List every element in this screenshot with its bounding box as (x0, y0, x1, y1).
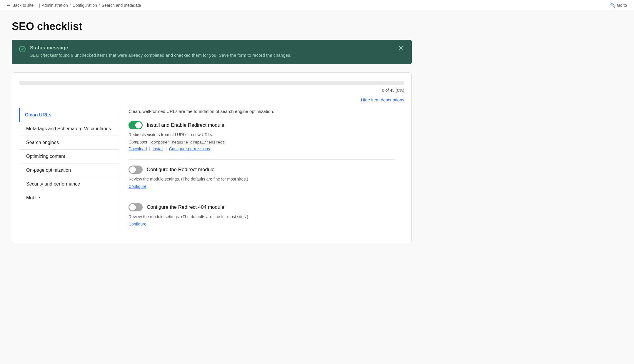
download-link[interactable]: Download (129, 146, 147, 151)
install-link[interactable]: Install (153, 146, 163, 151)
hide-descriptions-link[interactable]: Hide item descriptions (361, 97, 404, 102)
composer-label: Composer: (129, 140, 150, 144)
section-description: Clean, well-formed URLs are the foundati… (129, 108, 395, 115)
composer-line: Composer: composer require drupal/redire… (129, 140, 395, 145)
status-check-icon (19, 46, 26, 54)
checklist-card: 0 of 45 (0%) Hide item descriptions Clea… (12, 72, 412, 243)
checklist-item-configure-redirect-title: Configure the Redirect module (147, 167, 215, 173)
configure-redirect-404-link[interactable]: Configure (129, 222, 146, 226)
checklist-item-configure-redirect-desc: Review the module settings. (The default… (129, 176, 395, 182)
status-body-suffix: found 9 unchecked items that were alread… (57, 53, 291, 58)
status-italic: SEO checklist (30, 53, 57, 58)
divider-1 (129, 159, 395, 160)
configure-redirect-links: Configure (129, 184, 395, 189)
section-content: Clean, well-formed URLs are the foundati… (119, 108, 404, 235)
toggle-slider-configure-redirect[interactable] (129, 166, 143, 174)
toggle-slider-redirect[interactable] (129, 121, 143, 129)
search-icon: 🔍 (610, 3, 615, 8)
back-to-site-label[interactable]: Back to site (12, 3, 34, 8)
checklist-item-redirect-desc: Redirects visitors from old URLs to new … (129, 132, 395, 138)
toggle-configure-redirect[interactable] (129, 166, 143, 174)
config-crumb[interactable]: Configuration (73, 3, 97, 8)
sidebar-nav: Clean URLs Meta tags and Schema.org Voca… (19, 108, 119, 235)
checklist-layout: Clean URLs Meta tags and Schema.org Voca… (19, 108, 404, 235)
checklist-item-redirect: Install and Enable Redirect module Redir… (129, 121, 395, 151)
admin-crumb[interactable]: Administration (42, 3, 68, 8)
status-close-button[interactable]: ✕ (397, 45, 405, 51)
status-body: SEO checklist found 9 unchecked items th… (30, 52, 291, 59)
divider-2 (129, 197, 395, 197)
goto-label: Go to (617, 3, 627, 8)
redirect-404-links: Configure (129, 222, 395, 226)
checklist-item-redirect-title: Install and Enable Redirect module (147, 122, 224, 128)
topbar: ↩ Back to site | Administration / Config… (0, 0, 634, 11)
current-crumb: Search and metadata (102, 3, 141, 8)
composer-code: composer require drupal/redirect (150, 140, 226, 145)
back-arrow-icon: ↩ (7, 3, 11, 8)
toggle-redirect-404[interactable] (129, 203, 143, 211)
toggle-slider-redirect-404[interactable] (129, 203, 143, 211)
progress-text: 0 of 45 (0%) (19, 88, 404, 93)
checklist-item-redirect-404-title: Configure the Redirect 404 module (147, 204, 224, 210)
goto-button[interactable]: 🔍 Go to (610, 3, 627, 8)
sidebar-item-security-performance[interactable]: Security and performance (19, 177, 119, 191)
configure-redirect-link[interactable]: Configure (129, 184, 146, 189)
status-title: Status message (30, 45, 291, 51)
progress-bar-container (19, 81, 404, 85)
sidebar-item-on-page[interactable]: On-page optimization (19, 163, 119, 177)
configure-permissions-link[interactable]: Configure permissions (169, 146, 210, 151)
page-title: SEO checklist (12, 20, 412, 33)
sidebar-item-search-engines[interactable]: Search engines (19, 136, 119, 150)
toggle-redirect[interactable] (129, 121, 143, 129)
sidebar-item-mobile[interactable]: Mobile (19, 191, 119, 205)
checklist-item-configure-redirect: Configure the Redirect module Review the… (129, 166, 395, 189)
redirect-links: Download | Install | Configure permissio… (129, 146, 395, 151)
breadcrumb: ↩ Back to site | Administration / Config… (7, 3, 141, 8)
sidebar-item-meta-tags[interactable]: Meta tags and Schema.org Vocabularies (19, 122, 119, 136)
sidebar-item-optimizing-content[interactable]: Optimizing content (19, 150, 119, 163)
status-message-banner: Status message SEO checklist found 9 unc… (12, 40, 412, 64)
sidebar-item-clean-urls[interactable]: Clean URLs (19, 108, 119, 122)
back-to-site-link[interactable]: ↩ Back to site (7, 3, 34, 8)
checklist-item-redirect-404-desc: Review the module settings. (The default… (129, 214, 395, 220)
checklist-item-redirect-404: Configure the Redirect 404 module Review… (129, 203, 395, 226)
